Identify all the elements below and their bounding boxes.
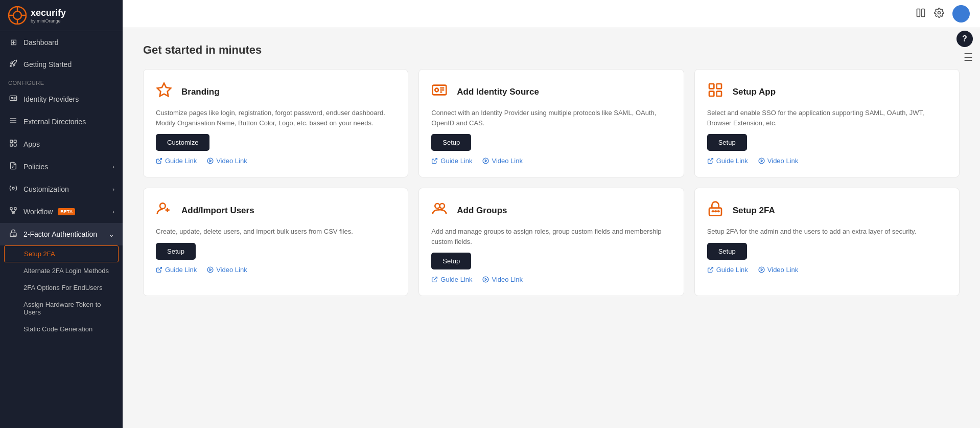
- svg-point-61: [483, 277, 489, 282]
- sidebar-item-identity-providers[interactable]: Identity Providers: [0, 88, 123, 110]
- setup-2fa-guide-link[interactable]: Guide Link: [707, 266, 748, 274]
- sidebar-item-dashboard[interactable]: ⊞ Dashboard: [0, 31, 123, 53]
- card-branding: Branding Customize pages like login, reg…: [143, 69, 408, 177]
- cards-grid: Branding Customize pages like login, reg…: [143, 69, 960, 296]
- card-setup-2fa-links: Guide Link Video Link: [707, 266, 947, 274]
- card-add-groups-title: Add Groups: [457, 206, 507, 216]
- sidebar-item-apps[interactable]: Apps: [0, 133, 123, 155]
- svg-rect-17: [14, 144, 16, 146]
- sidebar-item-2fa[interactable]: 123 2-Factor Authentication ⌄: [0, 223, 123, 245]
- configure-section-label: Configure: [0, 76, 123, 88]
- svg-rect-16: [10, 144, 13, 146]
- card-add-groups-desc: Add and manage groups to assign roles, g…: [431, 227, 671, 246]
- logo-text: xecurify by miniOrange: [31, 8, 66, 24]
- add-groups-video-link[interactable]: Video Link: [482, 276, 522, 283]
- add-users-setup-button[interactable]: Setup: [156, 243, 196, 260]
- main-content: Get started in minutes Branding Customiz…: [123, 0, 980, 428]
- card-add-groups: Add Groups Add and manage groups to assi…: [418, 188, 684, 296]
- card-setup-app-desc: Select and enable SSO for the applicatio…: [707, 108, 947, 128]
- content-area: Get started in minutes Branding Customiz…: [123, 28, 980, 428]
- card-setup-app-title: Setup App: [733, 87, 776, 97]
- card-setup-2fa: Setup 2FA Setup 2FA for the admin and th…: [694, 188, 960, 296]
- setup-app-guide-link[interactable]: Guide Link: [707, 157, 748, 165]
- svg-point-56: [207, 267, 213, 273]
- svg-marker-36: [210, 160, 212, 162]
- svg-text:123: 123: [13, 234, 17, 236]
- svg-rect-14: [10, 140, 13, 143]
- policies-icon: [8, 162, 18, 172]
- svg-point-35: [207, 158, 213, 164]
- sidebar-sub-alternate-2fa[interactable]: Alternate 2FA Login Methods: [0, 262, 123, 279]
- identity-source-setup-button[interactable]: Setup: [431, 134, 471, 151]
- setup-app-icon: [707, 82, 726, 102]
- card-identity-source-title: Add Identity Source: [457, 87, 539, 97]
- card-identity-source-header: Add Identity Source: [431, 82, 671, 102]
- card-setup-2fa-desc: Setup 2FA for the admin and the users to…: [707, 227, 947, 237]
- svg-point-50: [759, 158, 764, 164]
- card-add-users-header: Add/Import Users: [156, 200, 395, 220]
- sidebar-sub-2fa-options[interactable]: 2FA Options For EndUsers: [0, 279, 123, 296]
- svg-rect-22: [14, 208, 16, 210]
- apps-icon: [8, 139, 18, 149]
- branding-customize-button[interactable]: Customize: [156, 134, 209, 151]
- hamburger-menu-button[interactable]: ☰: [964, 51, 973, 63]
- help-button[interactable]: ?: [956, 31, 973, 47]
- sidebar-item-customization[interactable]: Customization ›: [0, 178, 123, 200]
- svg-rect-30: [917, 9, 920, 16]
- identity-icon: [8, 94, 18, 104]
- card-identity-source-desc: Connect with an Identity Provider using …: [431, 108, 671, 128]
- identity-source-guide-link[interactable]: Guide Link: [431, 157, 472, 165]
- sidebar-item-external-directories[interactable]: External Directories: [0, 110, 123, 133]
- add-groups-guide-link[interactable]: Guide Link: [431, 276, 472, 283]
- customization-chevron: ›: [112, 186, 114, 192]
- card-add-users: Add/Import Users Create, update, delete …: [143, 188, 408, 296]
- svg-line-55: [158, 267, 161, 270]
- card-add-users-links: Guide Link Video Link: [156, 266, 395, 274]
- svg-marker-51: [761, 160, 762, 162]
- sidebar-sub-setup-2fa[interactable]: Setup 2FA: [4, 245, 119, 262]
- svg-point-20: [12, 187, 14, 189]
- branding-icon: [156, 82, 174, 102]
- branding-video-link[interactable]: Video Link: [207, 157, 247, 165]
- sidebar-item-policies[interactable]: Policies ›: [0, 155, 123, 178]
- sidebar-sub-static-code[interactable]: Static Code Generation: [0, 321, 123, 337]
- add-users-guide-link[interactable]: Guide Link: [156, 266, 197, 274]
- svg-marker-62: [485, 278, 487, 280]
- svg-point-32: [938, 11, 941, 14]
- setup-app-video-link[interactable]: Video Link: [758, 157, 798, 165]
- add-groups-setup-button[interactable]: Setup: [431, 253, 471, 269]
- svg-point-7: [11, 97, 13, 99]
- svg-point-58: [435, 204, 440, 208]
- add-users-video-link[interactable]: Video Link: [207, 266, 247, 274]
- card-branding-desc: Customize pages like login, registration…: [156, 108, 395, 128]
- svg-point-43: [483, 158, 489, 164]
- setup-2fa-setup-button[interactable]: Setup: [707, 243, 747, 260]
- card-identity-source-links: Guide Link Video Link: [431, 157, 671, 165]
- sidebar-sub-hardware-token[interactable]: Assign Hardware Token to Users: [0, 296, 123, 321]
- branding-guide-link[interactable]: Guide Link: [156, 157, 197, 165]
- setup-app-setup-button[interactable]: Setup: [707, 134, 747, 151]
- card-add-groups-links: Guide Link Video Link: [431, 276, 671, 283]
- identity-source-icon: [431, 82, 450, 102]
- card-branding-links: Guide Link Video Link: [156, 157, 395, 165]
- workflow-icon: [8, 207, 18, 217]
- setup-2fa-video-link[interactable]: Video Link: [758, 266, 798, 274]
- svg-point-52: [160, 203, 166, 209]
- beta-badge: BETA: [58, 208, 75, 215]
- user-avatar[interactable]: [952, 5, 970, 22]
- sidebar-toggle-icon[interactable]: [916, 8, 926, 20]
- card-setup-2fa-header: Setup 2FA: [707, 200, 947, 220]
- topbar: [123, 0, 980, 28]
- svg-point-38: [435, 88, 439, 92]
- card-setup-app-header: Setup App: [707, 82, 947, 102]
- sidebar-item-getting-started[interactable]: Getting Started: [0, 53, 123, 76]
- svg-marker-33: [157, 83, 171, 96]
- card-branding-header: Branding: [156, 82, 395, 102]
- identity-source-video-link[interactable]: Video Link: [482, 157, 522, 165]
- add-groups-icon: [431, 200, 450, 220]
- sidebar-item-workflow[interactable]: Workflow BETA ›: [0, 200, 123, 223]
- svg-line-42: [434, 159, 437, 162]
- svg-line-49: [710, 159, 713, 162]
- dashboard-icon: ⊞: [8, 37, 18, 47]
- settings-icon[interactable]: [934, 8, 944, 20]
